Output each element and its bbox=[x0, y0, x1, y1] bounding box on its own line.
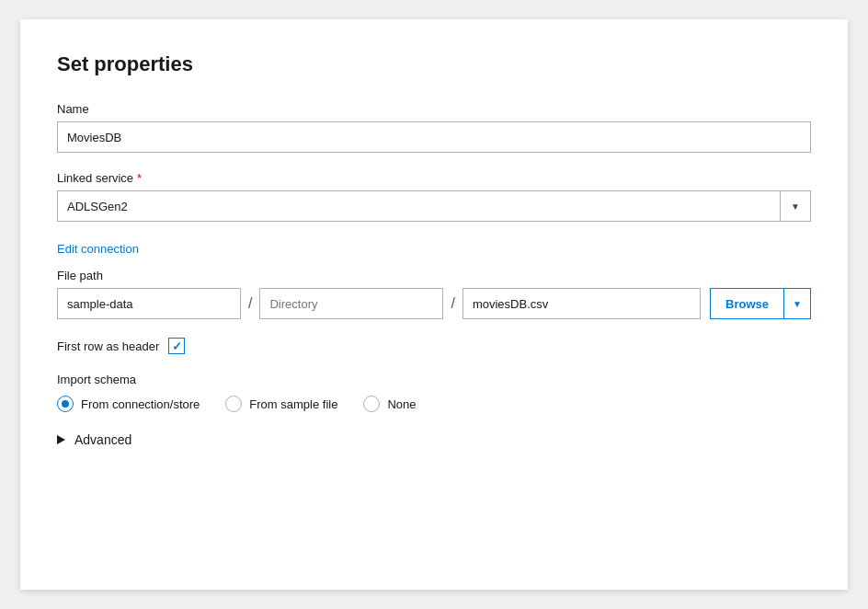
file-path-segment3-input[interactable] bbox=[463, 288, 701, 319]
name-input[interactable] bbox=[57, 121, 811, 153]
radio-option-sample-file[interactable]: From sample file bbox=[225, 396, 337, 412]
file-path-label: File path bbox=[57, 269, 811, 282]
edit-connection-link[interactable]: Edit connection bbox=[57, 242, 139, 256]
radio-none-button[interactable] bbox=[363, 396, 380, 412]
first-row-header-checkbox[interactable]: ✓ bbox=[168, 338, 185, 354]
name-label: Name bbox=[57, 102, 811, 116]
chevron-down-icon: ▼ bbox=[793, 299, 802, 309]
import-schema-label: Import schema bbox=[57, 373, 811, 386]
import-schema-section: Import schema From connection/store From… bbox=[57, 373, 811, 412]
set-properties-panel: Set properties Name Linked service * ADL… bbox=[20, 19, 848, 590]
radio-sample-file-button[interactable] bbox=[225, 396, 242, 412]
first-row-header-row: First row as header ✓ bbox=[57, 338, 811, 354]
file-path-segment1-input[interactable] bbox=[57, 288, 241, 319]
checkbox-check-icon: ✓ bbox=[172, 339, 182, 353]
advanced-triangle-icon bbox=[57, 435, 65, 444]
radio-none-label: None bbox=[387, 397, 416, 411]
path-separator-2: / bbox=[443, 288, 462, 319]
name-field-group: Name bbox=[57, 102, 811, 153]
linked-service-select-wrapper: ADLSGen2 ▼ bbox=[57, 190, 811, 222]
advanced-label: Advanced bbox=[74, 432, 131, 447]
path-separator-1: / bbox=[241, 288, 259, 319]
radio-sample-file-label: From sample file bbox=[249, 397, 337, 411]
file-path-segment2-input[interactable] bbox=[259, 288, 443, 319]
radio-connection-label: From connection/store bbox=[81, 397, 200, 411]
file-path-field-group: File path / / Browse ▼ bbox=[57, 269, 811, 319]
browse-button[interactable]: Browse bbox=[710, 288, 783, 319]
radio-dot-connection bbox=[62, 400, 69, 408]
linked-service-field-group: Linked service * ADLSGen2 ▼ bbox=[57, 171, 811, 222]
browse-chevron-button[interactable]: ▼ bbox=[783, 288, 811, 319]
browse-btn-group: Browse ▼ bbox=[710, 288, 811, 319]
radio-option-connection[interactable]: From connection/store bbox=[57, 396, 200, 412]
linked-service-select[interactable]: ADLSGen2 bbox=[57, 190, 811, 222]
advanced-row[interactable]: Advanced bbox=[57, 432, 811, 447]
radio-connection-button[interactable] bbox=[57, 396, 74, 412]
required-indicator: * bbox=[137, 171, 142, 185]
first-row-header-label: First row as header bbox=[57, 339, 159, 353]
page-title: Set properties bbox=[57, 52, 811, 76]
radio-option-none[interactable]: None bbox=[363, 396, 416, 412]
linked-service-label: Linked service * bbox=[57, 171, 811, 185]
import-schema-radio-group: From connection/store From sample file N… bbox=[57, 396, 811, 412]
file-path-row: / / Browse ▼ bbox=[57, 288, 811, 319]
